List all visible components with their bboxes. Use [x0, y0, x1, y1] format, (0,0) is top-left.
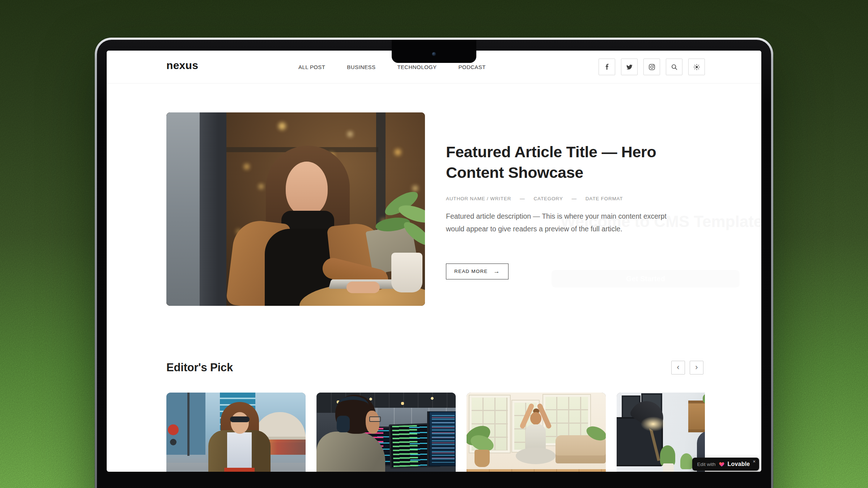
hero-date: DATE FORMAT [586, 196, 623, 201]
chevron-left-icon: ‹ [677, 363, 679, 371]
meta-separator: — [571, 196, 576, 201]
carousel-prev-button[interactable]: ‹ [671, 361, 685, 374]
desktop-background: nexus ALL POST BUSINESS TECHNOLOGY PODCA… [0, 0, 868, 488]
instagram-button[interactable] [643, 59, 660, 75]
hero-description: Featured article description — This is w… [446, 210, 681, 235]
laptop-camera [432, 52, 436, 56]
lovable-prefix: Edit with [697, 462, 716, 467]
card-image-home-office[interactable] [617, 393, 705, 472]
laptop-frame: nexus ALL POST BUSINESS TECHNOLOGY PODCA… [95, 38, 773, 488]
carousel-arrows: ‹ › [671, 361, 703, 374]
brand-logo[interactable]: nexus [166, 59, 198, 72]
browser-screen: nexus ALL POST BUSINESS TECHNOLOGY PODCA… [107, 51, 761, 472]
hero-author[interactable]: AUTHOR NAME / WRITER [446, 196, 511, 201]
twitter-icon [626, 63, 633, 71]
card-image-developer[interactable] [316, 393, 456, 472]
lovable-brand: Lovable [728, 461, 750, 467]
social-buttons [599, 59, 705, 75]
hero-title: Featured Article Title — Hero Content Sh… [446, 142, 688, 183]
nav-business[interactable]: BUSINESS [347, 64, 375, 70]
carousel-next-button[interactable]: › [690, 361, 703, 374]
card-image-yoga[interactable] [467, 393, 606, 472]
chevron-right-icon: › [695, 363, 698, 371]
lovable-heart-icon [719, 461, 725, 467]
nav-podcast[interactable]: PODCAST [458, 64, 485, 70]
lovable-badge[interactable]: Edit with Lovable × [692, 458, 760, 471]
meta-separator: — [520, 196, 525, 201]
theme-toggle-button[interactable] [688, 59, 705, 75]
editors-pick-carousel [166, 393, 705, 472]
sun-icon [693, 63, 701, 71]
hero-category[interactable]: CATEGORY [534, 196, 563, 201]
hero-meta: AUTHOR NAME / WRITER — CATEGORY — DATE F… [446, 196, 688, 201]
arrow-right-icon: → [494, 268, 500, 275]
laptop-bezel: nexus ALL POST BUSINESS TECHNOLOGY PODCA… [97, 40, 771, 488]
laptop-notch [392, 40, 476, 63]
card-image-street-fashion[interactable] [166, 393, 306, 472]
read-more-button[interactable]: READ MORE → [446, 264, 509, 279]
nav-technology[interactable]: TECHNOLOGY [397, 64, 437, 70]
editors-pick-title: Editor's Pick [166, 361, 233, 374]
search-icon [671, 63, 678, 71]
facebook-icon [603, 63, 611, 71]
close-icon[interactable]: × [753, 459, 756, 464]
facebook-button[interactable] [599, 59, 615, 75]
twitter-button[interactable] [621, 59, 638, 75]
hero-content: Featured Article Title — Hero Content Sh… [446, 142, 688, 279]
nav-all-post[interactable]: ALL POST [298, 64, 325, 70]
instagram-icon [648, 63, 656, 71]
search-button[interactable] [666, 59, 682, 75]
editors-pick-header: Editor's Pick ‹ › [166, 360, 705, 375]
hero-image [166, 112, 425, 306]
editors-pick-section: Editor's Pick ‹ › [166, 360, 705, 472]
